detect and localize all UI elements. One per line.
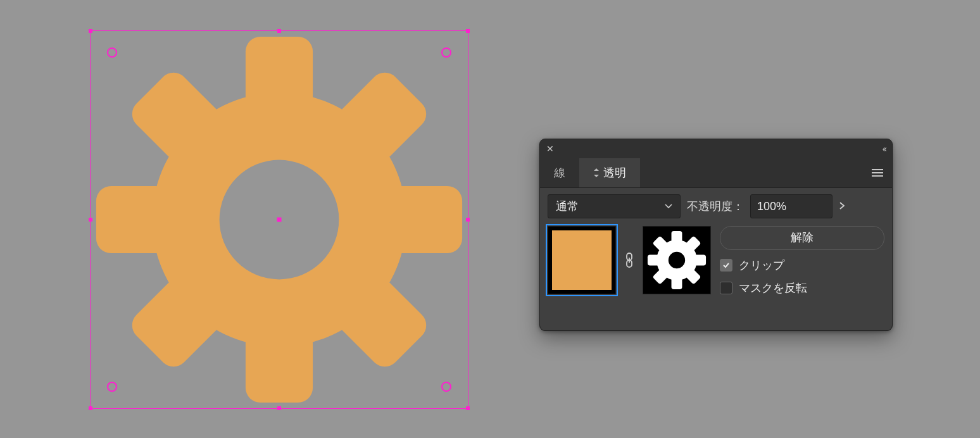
- svg-rect-14: [872, 175, 883, 177]
- svg-point-27: [669, 252, 685, 268]
- opacity-thumbnail-fill: [552, 230, 612, 290]
- link-icon[interactable]: [622, 251, 636, 269]
- opacity-stepper-open[interactable]: [836, 200, 848, 213]
- selection-handle[interactable]: [89, 29, 92, 33]
- mask-thumbnail[interactable]: [643, 226, 711, 294]
- selection-handle[interactable]: [277, 406, 281, 410]
- inner-corner-indicator: [441, 47, 451, 58]
- opacity-label: 不透明度：: [687, 199, 744, 214]
- selection-handle[interactable]: [89, 218, 92, 222]
- inner-corner-indicator: [107, 382, 117, 392]
- clip-label: クリップ: [739, 258, 784, 273]
- selection-handle[interactable]: [466, 406, 470, 410]
- invert-mask-checkbox[interactable]: [720, 282, 732, 294]
- panel-titlebar[interactable]: ✕ ‹‹: [540, 139, 892, 158]
- invert-mask-label: マスクを反転: [739, 280, 807, 296]
- tab-stroke[interactable]: 線: [540, 158, 579, 187]
- release-mask-button[interactable]: 解除: [720, 226, 884, 250]
- close-icon[interactable]: ✕: [546, 144, 554, 154]
- svg-rect-13: [872, 172, 883, 173]
- svg-rect-23: [672, 277, 682, 289]
- artboard[interactable]: [0, 0, 544, 438]
- panel-menu-button[interactable]: [863, 158, 892, 187]
- blend-mode-select[interactable]: 通常: [548, 194, 681, 218]
- blend-mode-value: 通常: [556, 199, 579, 214]
- opacity-thumbnail[interactable]: [548, 226, 616, 294]
- checkmark-icon: [722, 261, 730, 269]
- svg-rect-21: [694, 255, 706, 266]
- mask-gear-icon: [647, 230, 707, 290]
- panel-tabs: 線 透明: [540, 158, 892, 188]
- svg-rect-25: [648, 255, 660, 266]
- selection-handle[interactable]: [466, 29, 470, 33]
- inner-corner-indicator: [107, 47, 117, 58]
- clip-checkbox[interactable]: [720, 259, 732, 272]
- selection-center-point[interactable]: [277, 218, 282, 222]
- transparency-panel[interactable]: ✕ ‹‹ 線 透明 通常: [539, 139, 893, 331]
- inner-corner-indicator: [441, 382, 451, 392]
- collapse-icon[interactable]: ‹‹: [883, 144, 886, 154]
- selection-handle[interactable]: [89, 406, 92, 410]
- selection-handle[interactable]: [466, 218, 470, 222]
- svg-rect-19: [672, 231, 682, 243]
- opacity-input[interactable]: [750, 194, 832, 218]
- clip-checkbox-row[interactable]: クリップ: [720, 258, 884, 273]
- tab-stroke-label: 線: [554, 165, 565, 180]
- release-mask-label: 解除: [791, 231, 814, 244]
- selection-bounding-box[interactable]: [90, 30, 468, 409]
- hamburger-icon: [872, 169, 883, 177]
- tab-transparency-label: 透明: [603, 165, 626, 180]
- chevron-down-icon: [665, 202, 672, 211]
- tab-transparency[interactable]: 透明: [579, 158, 640, 187]
- tab-expand-arrows-icon: [593, 168, 600, 177]
- invert-mask-checkbox-row[interactable]: マスクを反転: [720, 280, 884, 296]
- selection-handle[interactable]: [277, 29, 281, 33]
- svg-rect-12: [872, 169, 883, 170]
